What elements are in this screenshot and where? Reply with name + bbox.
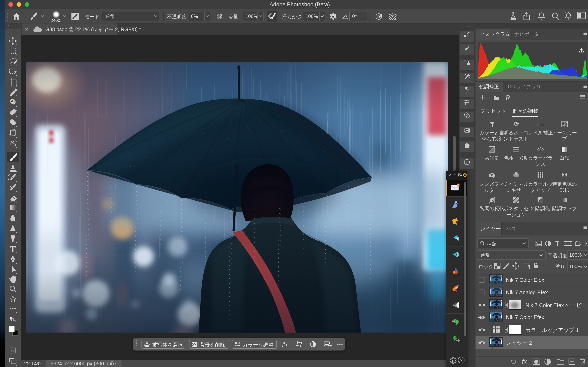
svg-text:fx: fx: [522, 358, 527, 365]
svg-text:T: T: [555, 240, 559, 247]
